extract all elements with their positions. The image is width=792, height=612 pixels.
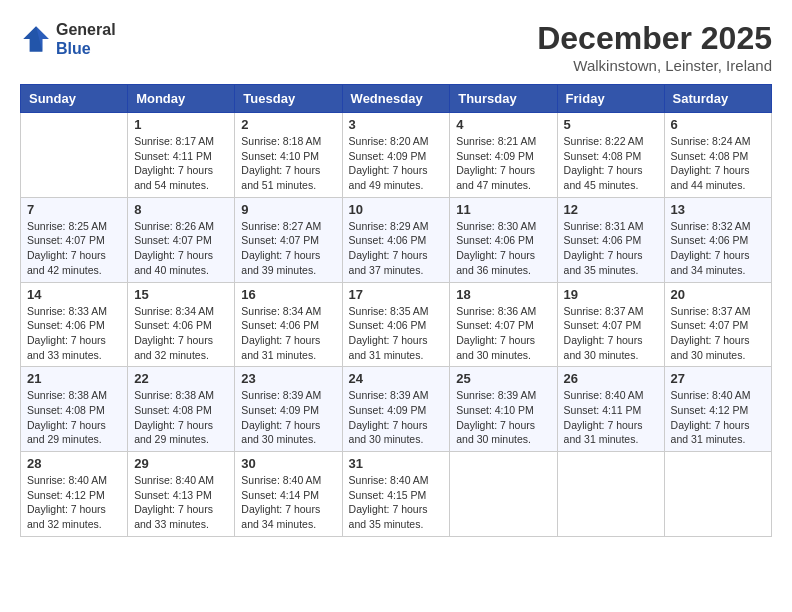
calendar-cell: 14Sunrise: 8:33 AM Sunset: 4:06 PM Dayli… (21, 282, 128, 367)
day-number: 2 (241, 117, 335, 132)
calendar-cell: 20Sunrise: 8:37 AM Sunset: 4:07 PM Dayli… (664, 282, 771, 367)
calendar-cell (450, 452, 557, 537)
day-number: 5 (564, 117, 658, 132)
day-info: Sunrise: 8:40 AM Sunset: 4:14 PM Dayligh… (241, 473, 335, 532)
day-info: Sunrise: 8:27 AM Sunset: 4:07 PM Dayligh… (241, 219, 335, 278)
location: Walkinstown, Leinster, Ireland (537, 57, 772, 74)
day-info: Sunrise: 8:39 AM Sunset: 4:10 PM Dayligh… (456, 388, 550, 447)
day-number: 21 (27, 371, 121, 386)
day-number: 31 (349, 456, 444, 471)
calendar-cell: 9Sunrise: 8:27 AM Sunset: 4:07 PM Daylig… (235, 197, 342, 282)
day-number: 27 (671, 371, 765, 386)
logo-general: General (56, 20, 116, 39)
day-number: 10 (349, 202, 444, 217)
logo-blue: Blue (56, 39, 116, 58)
title-block: December 2025 Walkinstown, Leinster, Ire… (537, 20, 772, 74)
calendar-cell: 4Sunrise: 8:21 AM Sunset: 4:09 PM Daylig… (450, 113, 557, 198)
column-header-friday: Friday (557, 85, 664, 113)
day-number: 25 (456, 371, 550, 386)
calendar-cell: 6Sunrise: 8:24 AM Sunset: 4:08 PM Daylig… (664, 113, 771, 198)
day-info: Sunrise: 8:30 AM Sunset: 4:06 PM Dayligh… (456, 219, 550, 278)
page-header: General Blue December 2025 Walkinstown, … (20, 20, 772, 74)
day-info: Sunrise: 8:40 AM Sunset: 4:11 PM Dayligh… (564, 388, 658, 447)
calendar-cell: 23Sunrise: 8:39 AM Sunset: 4:09 PM Dayli… (235, 367, 342, 452)
calendar-cell: 16Sunrise: 8:34 AM Sunset: 4:06 PM Dayli… (235, 282, 342, 367)
day-info: Sunrise: 8:24 AM Sunset: 4:08 PM Dayligh… (671, 134, 765, 193)
day-info: Sunrise: 8:25 AM Sunset: 4:07 PM Dayligh… (27, 219, 121, 278)
calendar-cell: 3Sunrise: 8:20 AM Sunset: 4:09 PM Daylig… (342, 113, 450, 198)
day-info: Sunrise: 8:38 AM Sunset: 4:08 PM Dayligh… (134, 388, 228, 447)
calendar-header-row: SundayMondayTuesdayWednesdayThursdayFrid… (21, 85, 772, 113)
calendar-cell: 13Sunrise: 8:32 AM Sunset: 4:06 PM Dayli… (664, 197, 771, 282)
day-number: 16 (241, 287, 335, 302)
day-number: 6 (671, 117, 765, 132)
logo-text: General Blue (56, 20, 116, 58)
calendar-cell: 8Sunrise: 8:26 AM Sunset: 4:07 PM Daylig… (128, 197, 235, 282)
calendar-cell: 21Sunrise: 8:38 AM Sunset: 4:08 PM Dayli… (21, 367, 128, 452)
calendar-cell: 25Sunrise: 8:39 AM Sunset: 4:10 PM Dayli… (450, 367, 557, 452)
column-header-monday: Monday (128, 85, 235, 113)
day-info: Sunrise: 8:32 AM Sunset: 4:06 PM Dayligh… (671, 219, 765, 278)
day-number: 7 (27, 202, 121, 217)
day-info: Sunrise: 8:40 AM Sunset: 4:13 PM Dayligh… (134, 473, 228, 532)
day-number: 14 (27, 287, 121, 302)
day-number: 28 (27, 456, 121, 471)
day-number: 4 (456, 117, 550, 132)
day-info: Sunrise: 8:35 AM Sunset: 4:06 PM Dayligh… (349, 304, 444, 363)
day-info: Sunrise: 8:37 AM Sunset: 4:07 PM Dayligh… (671, 304, 765, 363)
day-info: Sunrise: 8:21 AM Sunset: 4:09 PM Dayligh… (456, 134, 550, 193)
calendar-cell: 22Sunrise: 8:38 AM Sunset: 4:08 PM Dayli… (128, 367, 235, 452)
calendar-cell: 19Sunrise: 8:37 AM Sunset: 4:07 PM Dayli… (557, 282, 664, 367)
day-info: Sunrise: 8:26 AM Sunset: 4:07 PM Dayligh… (134, 219, 228, 278)
day-info: Sunrise: 8:29 AM Sunset: 4:06 PM Dayligh… (349, 219, 444, 278)
day-info: Sunrise: 8:38 AM Sunset: 4:08 PM Dayligh… (27, 388, 121, 447)
calendar-cell: 10Sunrise: 8:29 AM Sunset: 4:06 PM Dayli… (342, 197, 450, 282)
calendar-week-row: 1Sunrise: 8:17 AM Sunset: 4:11 PM Daylig… (21, 113, 772, 198)
day-info: Sunrise: 8:39 AM Sunset: 4:09 PM Dayligh… (349, 388, 444, 447)
calendar-cell (21, 113, 128, 198)
calendar-cell: 17Sunrise: 8:35 AM Sunset: 4:06 PM Dayli… (342, 282, 450, 367)
column-header-saturday: Saturday (664, 85, 771, 113)
day-number: 30 (241, 456, 335, 471)
calendar-cell: 30Sunrise: 8:40 AM Sunset: 4:14 PM Dayli… (235, 452, 342, 537)
column-header-wednesday: Wednesday (342, 85, 450, 113)
day-info: Sunrise: 8:36 AM Sunset: 4:07 PM Dayligh… (456, 304, 550, 363)
column-header-sunday: Sunday (21, 85, 128, 113)
column-header-tuesday: Tuesday (235, 85, 342, 113)
day-info: Sunrise: 8:40 AM Sunset: 4:15 PM Dayligh… (349, 473, 444, 532)
calendar-cell: 5Sunrise: 8:22 AM Sunset: 4:08 PM Daylig… (557, 113, 664, 198)
day-number: 23 (241, 371, 335, 386)
calendar-cell: 2Sunrise: 8:18 AM Sunset: 4:10 PM Daylig… (235, 113, 342, 198)
calendar-cell: 15Sunrise: 8:34 AM Sunset: 4:06 PM Dayli… (128, 282, 235, 367)
day-number: 3 (349, 117, 444, 132)
logo-icon (20, 23, 52, 55)
day-info: Sunrise: 8:37 AM Sunset: 4:07 PM Dayligh… (564, 304, 658, 363)
day-info: Sunrise: 8:33 AM Sunset: 4:06 PM Dayligh… (27, 304, 121, 363)
calendar-cell: 12Sunrise: 8:31 AM Sunset: 4:06 PM Dayli… (557, 197, 664, 282)
day-number: 11 (456, 202, 550, 217)
day-info: Sunrise: 8:40 AM Sunset: 4:12 PM Dayligh… (27, 473, 121, 532)
day-info: Sunrise: 8:31 AM Sunset: 4:06 PM Dayligh… (564, 219, 658, 278)
calendar-week-row: 28Sunrise: 8:40 AM Sunset: 4:12 PM Dayli… (21, 452, 772, 537)
calendar-week-row: 21Sunrise: 8:38 AM Sunset: 4:08 PM Dayli… (21, 367, 772, 452)
calendar-cell: 1Sunrise: 8:17 AM Sunset: 4:11 PM Daylig… (128, 113, 235, 198)
day-number: 9 (241, 202, 335, 217)
column-header-thursday: Thursday (450, 85, 557, 113)
calendar-cell: 7Sunrise: 8:25 AM Sunset: 4:07 PM Daylig… (21, 197, 128, 282)
day-number: 20 (671, 287, 765, 302)
calendar-cell: 27Sunrise: 8:40 AM Sunset: 4:12 PM Dayli… (664, 367, 771, 452)
day-number: 29 (134, 456, 228, 471)
day-info: Sunrise: 8:17 AM Sunset: 4:11 PM Dayligh… (134, 134, 228, 193)
day-number: 18 (456, 287, 550, 302)
month-title: December 2025 (537, 20, 772, 57)
day-info: Sunrise: 8:18 AM Sunset: 4:10 PM Dayligh… (241, 134, 335, 193)
calendar-cell: 26Sunrise: 8:40 AM Sunset: 4:11 PM Dayli… (557, 367, 664, 452)
day-info: Sunrise: 8:34 AM Sunset: 4:06 PM Dayligh… (134, 304, 228, 363)
day-number: 15 (134, 287, 228, 302)
day-number: 13 (671, 202, 765, 217)
calendar-cell: 18Sunrise: 8:36 AM Sunset: 4:07 PM Dayli… (450, 282, 557, 367)
day-info: Sunrise: 8:20 AM Sunset: 4:09 PM Dayligh… (349, 134, 444, 193)
calendar-week-row: 7Sunrise: 8:25 AM Sunset: 4:07 PM Daylig… (21, 197, 772, 282)
calendar-week-row: 14Sunrise: 8:33 AM Sunset: 4:06 PM Dayli… (21, 282, 772, 367)
calendar-cell: 28Sunrise: 8:40 AM Sunset: 4:12 PM Dayli… (21, 452, 128, 537)
